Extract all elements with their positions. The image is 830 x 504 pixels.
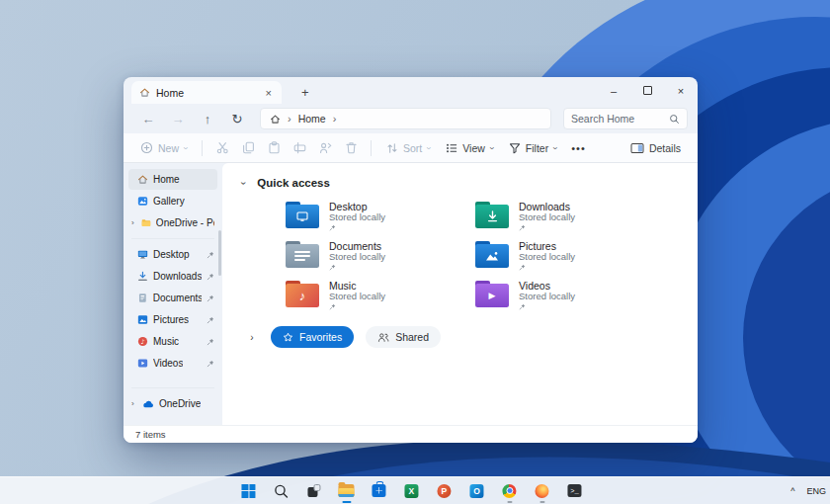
- back-button[interactable]: ←: [135, 107, 161, 130]
- excel-icon: X: [404, 484, 418, 498]
- view-button[interactable]: View ›: [439, 136, 500, 160]
- documents-folder-icon: [286, 241, 319, 268]
- taskbar-terminal[interactable]: >_: [562, 478, 586, 504]
- maximize-button[interactable]: [630, 77, 664, 104]
- quick-access-header[interactable]: › Quick access: [242, 177, 698, 189]
- sidebar-item-home[interactable]: Home: [128, 169, 217, 190]
- shared-label: Shared: [395, 331, 429, 343]
- sidebar-item-desktop[interactable]: Desktop: [128, 244, 217, 265]
- taskbar-outlook[interactable]: O: [464, 478, 488, 504]
- sidebar-item-onedrive[interactable]: › OneDrive: [128, 393, 217, 414]
- file-explorer-icon: [338, 484, 354, 497]
- tile-documents[interactable]: Documents Stored locally: [286, 240, 475, 271]
- close-button[interactable]: ×: [664, 77, 698, 104]
- tab-home[interactable]: Home ×: [131, 81, 282, 104]
- tile-downloads[interactable]: Downloads Stored locally: [475, 201, 665, 231]
- taskbar-center: X P O >_: [236, 478, 586, 504]
- onedrive-folder-icon: [141, 217, 151, 228]
- pin-icon: [519, 224, 575, 231]
- sidebar-item-music[interactable]: ♪ Music: [128, 331, 217, 352]
- search-box[interactable]: [563, 108, 688, 129]
- videos-folder-icon: ▶: [475, 281, 509, 307]
- paste-icon: [268, 141, 281, 154]
- taskbar-chrome[interactable]: [497, 478, 521, 504]
- collapsed-sections-row: › Favorites Shared: [245, 326, 698, 348]
- sort-button[interactable]: Sort ›: [379, 136, 437, 160]
- tile-status: Stored locally: [329, 212, 385, 223]
- search-input[interactable]: [571, 113, 669, 125]
- new-plus-icon: [140, 141, 153, 154]
- new-button[interactable]: New ›: [133, 136, 194, 160]
- sidebar-separator: [131, 387, 214, 388]
- language-indicator[interactable]: ENG: [806, 486, 826, 496]
- minimize-button[interactable]: –: [597, 77, 630, 104]
- share-button[interactable]: [313, 136, 337, 160]
- tile-videos[interactable]: ▶ Videos Stored locally: [475, 280, 665, 310]
- pin-icon: [207, 360, 214, 368]
- music-note-glyph: ♪: [299, 289, 306, 303]
- copy-button[interactable]: [236, 136, 260, 160]
- sidebar-item-gallery[interactable]: Gallery: [128, 191, 217, 211]
- more-options-button[interactable]: •••: [565, 142, 592, 154]
- forward-button[interactable]: →: [165, 107, 191, 130]
- sidebar-item-documents[interactable]: Documents: [128, 288, 217, 308]
- breadcrumb-item-home[interactable]: Home: [298, 113, 326, 125]
- window-controls: – ×: [597, 77, 698, 104]
- up-button[interactable]: ↑: [195, 107, 220, 130]
- taskbar-firefox[interactable]: [530, 478, 553, 504]
- sidebar-item-label: OneDrive: [159, 398, 201, 409]
- share-icon: [319, 141, 332, 154]
- tab-close-icon[interactable]: ×: [264, 87, 274, 99]
- favorites-button[interactable]: Favorites: [271, 326, 354, 348]
- pin-icon: [329, 303, 385, 310]
- copy-icon: [242, 141, 255, 154]
- expand-chevron-icon[interactable]: ›: [131, 399, 137, 408]
- refresh-button[interactable]: ↻: [224, 107, 250, 130]
- taskbar-excel[interactable]: X: [399, 478, 423, 504]
- filter-icon: [509, 142, 521, 154]
- maximize-icon: [643, 86, 652, 95]
- tile-status: Stored locally: [519, 292, 575, 302]
- cut-button[interactable]: [210, 136, 234, 160]
- document-lines-glyph: [294, 251, 310, 261]
- items-count: 7 items: [135, 429, 166, 440]
- tile-desktop[interactable]: Desktop Stored locally: [286, 201, 475, 231]
- new-label: New: [158, 142, 179, 154]
- filter-button[interactable]: Filter ›: [502, 136, 563, 160]
- home-icon: [139, 87, 150, 98]
- tile-music[interactable]: ♪ Music Stored locally: [286, 280, 475, 310]
- details-button[interactable]: Details: [623, 136, 688, 160]
- home-icon: [137, 174, 148, 185]
- breadcrumb-chevron-icon[interactable]: ›: [333, 113, 337, 125]
- sidebar-item-onedrive-personal[interactable]: › OneDrive - Pers: [128, 212, 217, 233]
- taskbar-powerpoint[interactable]: P: [432, 478, 456, 504]
- shared-button[interactable]: Shared: [366, 326, 441, 348]
- system-tray: ^ ENG: [790, 486, 826, 496]
- sidebar-item-downloads[interactable]: Downloads: [128, 266, 217, 287]
- taskbar-store[interactable]: [367, 478, 390, 504]
- sidebar-scrollbar[interactable]: [218, 230, 221, 276]
- paste-button[interactable]: [262, 136, 286, 160]
- delete-button[interactable]: [339, 136, 363, 160]
- tray-expand-icon[interactable]: ^: [790, 486, 794, 496]
- collapse-chevron-icon[interactable]: ›: [238, 181, 249, 184]
- rename-button[interactable]: [288, 136, 311, 160]
- sidebar-item-pictures[interactable]: Pictures: [128, 309, 217, 330]
- details-label: Details: [649, 142, 681, 154]
- sidebar-item-label: Gallery: [153, 196, 185, 207]
- command-toolbar: New ›: [124, 133, 698, 163]
- task-view-icon: [307, 484, 320, 497]
- taskbar-search-button[interactable]: [269, 478, 292, 504]
- sort-icon: [386, 142, 398, 154]
- task-view-button[interactable]: [301, 478, 325, 504]
- taskbar-file-explorer[interactable]: [334, 478, 358, 504]
- sidebar-item-label: Downloads: [153, 271, 202, 282]
- expand-chevron-icon[interactable]: ›: [245, 332, 259, 343]
- tile-pictures[interactable]: Pictures Stored locally: [475, 240, 665, 271]
- sidebar-item-videos[interactable]: Videos: [128, 353, 217, 374]
- new-tab-button[interactable]: +: [295, 81, 315, 104]
- expand-chevron-icon[interactable]: ›: [131, 218, 136, 227]
- breadcrumb[interactable]: › Home ›: [260, 108, 551, 129]
- start-button[interactable]: [236, 478, 260, 504]
- pin-icon: [207, 273, 214, 281]
